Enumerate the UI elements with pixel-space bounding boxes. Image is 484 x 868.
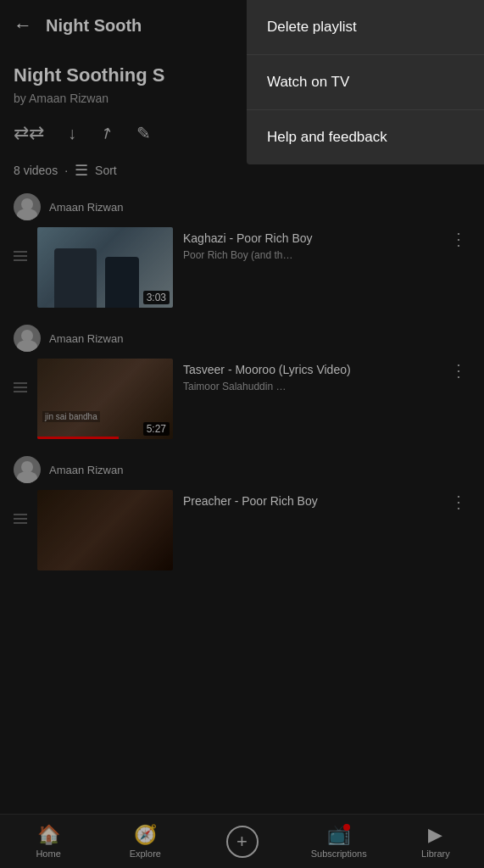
dropdown-watch-tv[interactable]: Watch on TV xyxy=(247,55,484,110)
dropdown-menu: Delete playlist Watch on TV Help and fee… xyxy=(247,0,484,164)
dropdown-help-feedback[interactable]: Help and feedback xyxy=(247,110,484,164)
dropdown-delete-playlist[interactable]: Delete playlist xyxy=(247,0,484,55)
